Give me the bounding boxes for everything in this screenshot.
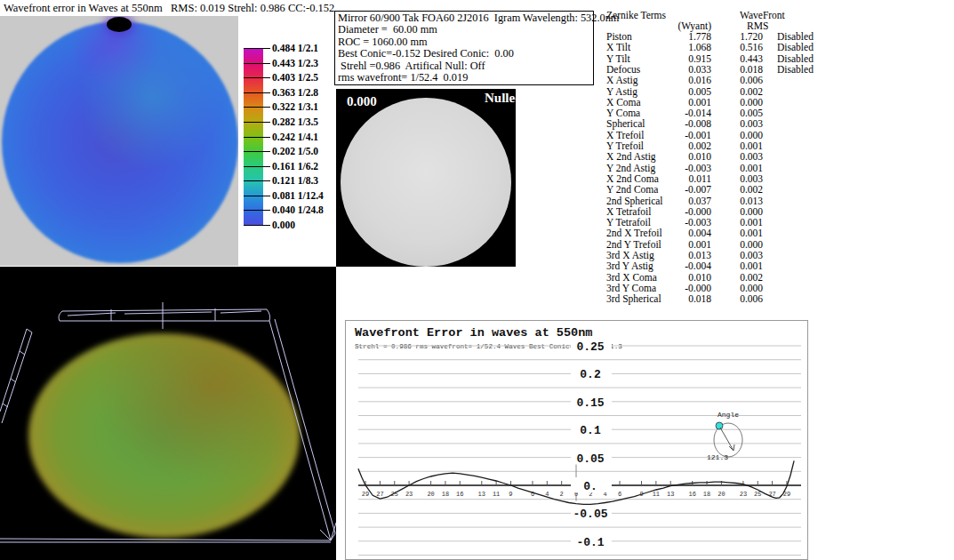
x-tick-label: 6 xyxy=(618,491,621,498)
zernike-wyant-value: -0.003 xyxy=(658,163,711,173)
y-tick-label: -0.05 xyxy=(573,508,607,521)
angle-handle-dot[interactable] xyxy=(716,422,723,429)
angle-arrow xyxy=(720,428,734,451)
zernike-term-name: Spherical xyxy=(606,118,645,129)
zernike-term-name: 3rd Y Astig xyxy=(606,260,653,271)
x-tick-label: 20 xyxy=(718,491,725,498)
zernike-rms-value: 0.002 xyxy=(709,272,763,283)
legend-tick xyxy=(244,166,270,167)
legend-entry: 0.121 1/8.3 xyxy=(242,176,340,187)
zernike-term-name: Defocus xyxy=(606,64,640,75)
y-tick-label: 0.1 xyxy=(580,424,601,437)
zernike-rms-value: 0.000 xyxy=(709,283,763,293)
igram-null-label: Nulled xyxy=(485,91,516,106)
zernike-term-name: X Trefoil xyxy=(606,130,645,140)
info-line: ROC = 1060.00 mm xyxy=(338,36,590,48)
zernike-wyant-value: 1.068 xyxy=(658,42,711,52)
zernike-term-name: Y Tetrafoil xyxy=(606,217,651,228)
y-tick-label: -0.1 xyxy=(576,536,604,549)
zernike-term-name: X Astig xyxy=(606,75,637,85)
zernike-rms-value: 0.001 xyxy=(709,217,763,228)
info-line: Strehl =0.986 Artifical Null: Off xyxy=(338,60,590,72)
zernike-title: Zernike Terms xyxy=(606,10,666,20)
legend-entry: 0.484 1/2.1 xyxy=(242,44,340,54)
zernike-rms-value: 0.013 xyxy=(709,196,763,206)
surface-3d-wireframe xyxy=(0,267,336,560)
zernike-wyant-value: 0.004 xyxy=(658,228,711,238)
legend-label: 0.322 1/3.1 xyxy=(272,101,318,112)
legend-entry: 0.282 1/3.5 xyxy=(242,117,340,128)
zernike-wyant-value: 0.005 xyxy=(658,86,711,97)
zernike-rms-value: 0.443 xyxy=(709,53,763,64)
zernike-rms-value: 0.000 xyxy=(709,97,763,108)
zernike-wyant-value: 0.018 xyxy=(658,293,711,304)
x-tick-label: 9 xyxy=(509,491,512,498)
contour-color-legend: 0.484 1/2.10.443 1/2.30.403 1/2.50.363 1… xyxy=(242,40,341,240)
interferogram-panel: 0.000 Nulled xyxy=(336,89,516,267)
legend-entry: 0.202 1/5.0 xyxy=(242,147,340,157)
profile-chart-panel: Wavefront Error in waves at 550nm Strehl… xyxy=(345,320,808,560)
x-tick-label: 18 xyxy=(703,491,710,498)
legend-label: 0.202 1/5.0 xyxy=(272,146,318,156)
zernike-term-name: Y Tilt xyxy=(606,53,630,64)
zernike-rms-value: 0.000 xyxy=(709,239,763,250)
y-tick-label: 0.15 xyxy=(576,396,604,410)
profile-chart-canvas: 2927252320181613119642024691113161820232… xyxy=(346,321,807,559)
legend-label: 0.081 1/12.4 xyxy=(272,190,324,201)
legend-label: 0.484 1/2.1 xyxy=(272,43,318,53)
legend-label: 0.403 1/2.5 xyxy=(272,72,318,83)
zernike-term-name: Piston xyxy=(606,31,632,42)
legend-tick xyxy=(244,180,270,181)
zernike-term-name: Y Astig xyxy=(606,86,637,97)
x-tick-label: 16 xyxy=(456,491,463,498)
zernike-wyant-value: 0.033 xyxy=(658,64,711,75)
legend-entry: 0.363 1/2.8 xyxy=(242,88,340,99)
zernike-term-name: 2nd Y Trefoil xyxy=(606,239,661,250)
zernike-term-name: 2nd Spherical xyxy=(606,196,663,206)
zernike-rms-value: 0.018 xyxy=(709,64,763,75)
contour-wavefront-disk xyxy=(2,21,238,263)
zernike-wyant-value: 0.001 xyxy=(658,239,711,250)
zernike-wyant-value: -0.004 xyxy=(658,260,711,271)
zernike-rms-value: 1.720 xyxy=(709,31,763,42)
x-tick-label: 20 xyxy=(427,491,434,498)
zernike-term-name: X 2nd Astig xyxy=(606,151,656,162)
zernike-rms-value: 0.002 xyxy=(709,184,763,195)
x-tick-label: 13 xyxy=(667,491,674,498)
zernike-status: Disabled xyxy=(777,42,814,52)
legend-label: 0.000 xyxy=(272,220,295,230)
angle-value-label: 121.3 xyxy=(707,453,728,461)
zernike-wyant-value: 0.001 xyxy=(658,97,711,108)
legend-tick xyxy=(244,107,270,108)
zernike-rms-value: 0.006 xyxy=(709,75,763,85)
legend-entry: 0.000 xyxy=(242,220,340,231)
zernike-wyant-value: 0.011 xyxy=(658,173,711,184)
zernike-term-name: Y Trefoil xyxy=(606,140,644,151)
legend-entry: 0.443 1/2.3 xyxy=(242,59,340,69)
zernike-wyant-value: -0.007 xyxy=(658,184,711,195)
zernike-term-name: Y 2nd Coma xyxy=(606,184,658,195)
y-tick-label: 0.05 xyxy=(576,452,604,466)
legend-tick xyxy=(244,63,270,64)
zernike-wyant-value: 0.002 xyxy=(658,140,711,151)
legend-entry: 0.322 1/3.1 xyxy=(242,102,340,113)
contour-map-panel xyxy=(0,16,238,266)
x-tick-label: 2 xyxy=(560,491,564,498)
zernike-rms-value: 0.003 xyxy=(709,250,763,260)
x-tick-label: 11 xyxy=(653,491,660,498)
legend-entry: 0.161 1/6.2 xyxy=(242,162,340,172)
zernike-rms-value: 0.000 xyxy=(709,130,763,140)
zernike-term-name: Y 2nd Astig xyxy=(606,163,655,173)
zernike-wyant-value: -0.001 xyxy=(658,130,711,140)
zernike-wyant-value: 0.013 xyxy=(658,250,711,260)
legend-tick xyxy=(244,48,270,49)
zernike-wyant-header: (Wyant) xyxy=(658,20,711,31)
x-tick-label: 16 xyxy=(689,491,696,498)
zernike-wyant-value: 0.016 xyxy=(658,75,711,85)
legend-entry: 0.242 1/4.1 xyxy=(242,132,340,143)
interferogram-disk xyxy=(341,98,511,267)
zernike-term-name: 3rd Y Coma xyxy=(606,283,656,293)
zernike-rms-value: 0.002 xyxy=(709,86,763,97)
legend-tick xyxy=(244,210,270,211)
legend-label: 0.040 1/24.8 xyxy=(272,204,324,215)
